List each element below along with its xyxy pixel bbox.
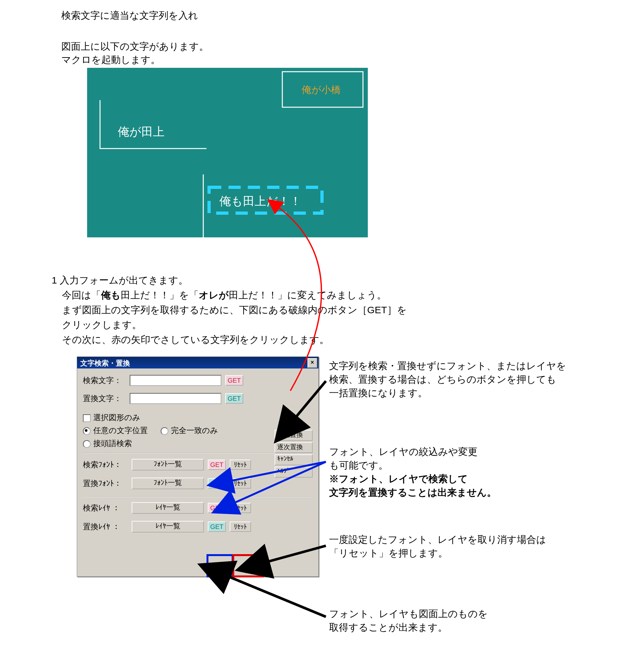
replace-layer-label: 置換ﾚｲﾔ ： (83, 522, 130, 532)
replace-font-label: 置換ﾌｫﾝﾄ： (83, 478, 130, 489)
replace-font-list-button[interactable]: ﾌｫﾝﾄ一覧 (132, 478, 204, 489)
intro-line-3: マクロを起動します。 (61, 53, 160, 67)
cancel-button[interactable]: ｷｬﾝｾﾙ (275, 454, 313, 465)
any-position-radio[interactable] (83, 427, 91, 435)
selection-only-label: 選択図形のみ (93, 413, 140, 422)
dialog-titlebar: 文字検索・置換 × (77, 357, 319, 369)
replace-get-button[interactable]: GET (225, 393, 243, 404)
replace-all-button[interactable]: 一括置換 (275, 430, 313, 441)
replace-font-reset-button[interactable]: ﾘｾｯﾄ (230, 478, 251, 489)
search-font-label: 検索ﾌｫﾝﾄ： (83, 460, 130, 470)
canvas-text-selected[interactable]: 俺も田上だ！！ (220, 194, 301, 208)
find-replace-dialog: 文字検索・置換 × 検索文字： GET 置換文字： GET 選択図形のみ 任意の… (77, 356, 319, 577)
annotation-3: 一度設定したフォント、レイヤを取り消す場合は 「リセット」を押します。 (329, 533, 546, 560)
search-font-get-button[interactable]: GET (208, 460, 226, 470)
search-text-input[interactable] (130, 375, 221, 386)
search-text-label: 検索文字： (83, 375, 130, 385)
prefix-radio[interactable] (83, 440, 91, 448)
search-layer-get-button[interactable]: GET (208, 503, 226, 513)
replace-text-input[interactable] (130, 393, 221, 404)
replace-layer-reset-button[interactable]: ﾘｾｯﾄ (230, 522, 251, 532)
intro-line-1: 検索文字に適当な文字列を入れ (61, 9, 198, 22)
step-1-text: 1 入力フォームが出てきます。 今回は「俺も田上だ！！」を「オレが田上だ！！」に… (52, 273, 407, 347)
exact-match-label: 完全一致のみ (171, 426, 218, 435)
exact-match-radio[interactable] (161, 427, 168, 435)
intro-line-2: 図面上に以下の文字があります。 (61, 40, 209, 53)
dialog-title: 文字検索・置換 (80, 359, 130, 367)
replace-text-label: 置換文字： (83, 393, 130, 404)
replace-layer-list-button[interactable]: ﾚｲﾔ一覧 (132, 521, 204, 532)
selection-only-checkbox[interactable] (83, 414, 91, 422)
help-button[interactable]: ﾍﾙﾌﾟ (275, 467, 313, 478)
search-layer-reset-button[interactable]: ﾘｾｯﾄ (230, 503, 251, 513)
search-layer-list-button[interactable]: ﾚｲﾔ一覧 (132, 502, 204, 514)
search-font-list-button[interactable]: ﾌｫﾝﾄ一覧 (132, 459, 204, 470)
cad-canvas: 俺が小橋 俺が田上 俺も田上だ！！ (87, 68, 368, 237)
highlight-reset-box (232, 554, 264, 577)
canvas-text-kobashi: 俺が小橋 (302, 84, 341, 95)
search-font-reset-button[interactable]: ﾘｾｯﾄ (230, 460, 251, 470)
annotation-4: フォント、レイヤも図面上のものを 取得することが出来ます。 (329, 607, 488, 634)
prefix-label: 接頭語検索 (93, 439, 132, 447)
annotation-2: フォント、レイヤの絞込みや変更 も可能です。 ※フォント、レイヤで検索して 文字… (329, 445, 497, 499)
annotation-1: 文字列を検索・置換せずにフォント、またはレイヤを 検索、置換する場合は、どちらの… (329, 359, 566, 400)
highlight-get-box (207, 554, 234, 577)
replace-font-get-button[interactable]: GET (208, 478, 226, 489)
canvas-text-tanoue: 俺が田上 (118, 125, 164, 138)
search-get-button[interactable]: GET (225, 375, 243, 385)
search-layer-label: 検索ﾚｲﾔ ： (83, 503, 130, 513)
any-position-label: 任意の文字位置 (93, 426, 148, 435)
replace-layer-get-button[interactable]: GET (208, 522, 226, 532)
replace-sequential-button[interactable]: 逐次置換 (275, 442, 313, 453)
close-button[interactable]: × (307, 358, 317, 368)
